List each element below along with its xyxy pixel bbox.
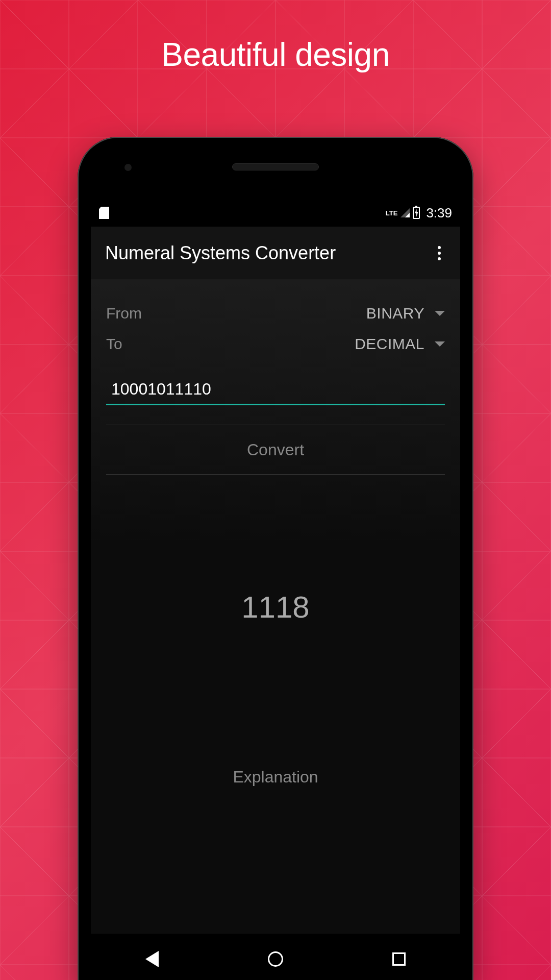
phone-speaker (232, 163, 319, 170)
to-value: DECIMAL (355, 335, 424, 353)
recent-apps-icon[interactable] (392, 952, 406, 966)
to-dropdown[interactable]: DECIMAL (355, 335, 445, 353)
from-value: BINARY (366, 305, 424, 322)
result-value: 1118 (106, 590, 445, 625)
sd-card-icon (99, 207, 109, 219)
divider (106, 474, 445, 475)
chevron-down-icon (435, 341, 445, 347)
navigation-bar (91, 933, 460, 980)
signal-icon (400, 208, 410, 217)
input-field-wrapper (106, 380, 445, 405)
main-content: From BINARY To DECIMAL (91, 280, 460, 933)
status-bar: LTE 3:39 (91, 199, 460, 227)
home-button-icon[interactable] (268, 951, 283, 967)
from-row: From BINARY (106, 298, 445, 329)
number-input[interactable] (111, 380, 442, 399)
network-indicator: LTE (386, 209, 398, 217)
from-label: From (106, 305, 142, 322)
to-row: To DECIMAL (106, 329, 445, 359)
clock: 3:39 (426, 205, 452, 221)
to-label: To (106, 335, 122, 353)
marketing-headline: Beautiful design (0, 36, 551, 74)
app-bar: Numeral Systems Converter (91, 227, 460, 280)
battery-icon (413, 207, 420, 219)
app-title: Numeral Systems Converter (105, 242, 433, 264)
phone-camera (124, 164, 132, 171)
from-dropdown[interactable]: BINARY (366, 305, 445, 322)
phone-screen: LTE 3:39 Numeral Systems Converter From … (91, 199, 460, 980)
overflow-menu-icon[interactable] (433, 241, 446, 265)
chevron-down-icon (435, 311, 445, 316)
explanation-button[interactable]: Explanation (106, 768, 445, 787)
phone-frame: LTE 3:39 Numeral Systems Converter From … (78, 137, 473, 980)
convert-button[interactable]: Convert (106, 425, 445, 474)
back-button-icon[interactable] (145, 951, 159, 967)
